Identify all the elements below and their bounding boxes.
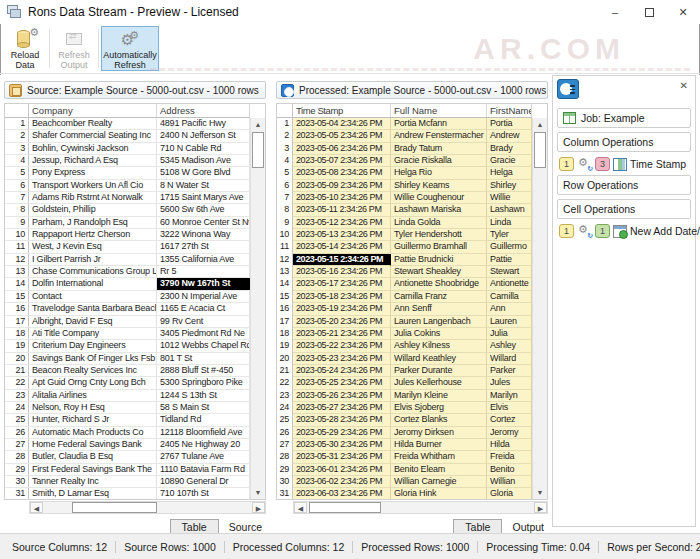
cell[interactable]: Hunter, Richard S Jr: [29, 414, 157, 425]
table-row[interactable]: 11West, J Kevin Esq1617 27th St: [5, 241, 250, 253]
cell[interactable]: Linda Golda: [391, 217, 487, 229]
scroll-thumb[interactable]: [252, 132, 264, 168]
table-row[interactable]: 19Criterium Day Engineers1012 Webbs Chap…: [5, 340, 250, 352]
cell[interactable]: Goldstein, Phillip: [29, 204, 157, 215]
row-number[interactable]: 25: [277, 414, 293, 426]
row-number[interactable]: 10: [277, 229, 293, 241]
cell[interactable]: 5108 W Gore Blvd: [157, 167, 250, 178]
table-row[interactable]: 22Apt Guid Orng Cnty Long Bch5300 Spring…: [5, 377, 250, 389]
table-row[interactable]: 272023-05-30 2:34:26 PMHilda BurnerHilda: [277, 439, 532, 451]
cell[interactable]: Ashley Kilness: [391, 340, 487, 352]
cell[interactable]: Lauren: [487, 316, 532, 328]
scroll-up-icon[interactable]: ▲: [251, 118, 265, 131]
cell[interactable]: Bohlin, Cywinski Jackson: [29, 143, 157, 154]
row-number[interactable]: 5: [277, 167, 293, 179]
cell[interactable]: Pony Express: [29, 167, 157, 178]
cell[interactable]: Antionette: [487, 278, 532, 290]
row-number[interactable]: 23: [5, 390, 29, 401]
row-number[interactable]: 30: [5, 476, 29, 487]
row-number[interactable]: 31: [277, 488, 293, 500]
table-row[interactable]: 18Ati Title Company3405 Piedmont Rd Ne: [5, 328, 250, 340]
table-row[interactable]: 172023-05-20 2:34:26 PMLauren Langenbach…: [277, 316, 532, 328]
table-row[interactable]: 29First Federal Savings Bank The1110 Bat…: [5, 464, 250, 476]
column-header-firstname[interactable]: FirstName-s: [487, 104, 532, 117]
cell[interactable]: 2023-05-16 2:34:26 PM: [293, 266, 391, 278]
cell[interactable]: Jeromy Dirksen: [391, 427, 487, 439]
row-number[interactable]: 24: [277, 402, 293, 414]
minimize-button[interactable]: –: [598, 0, 632, 24]
scroll-left-icon[interactable]: ◀: [294, 502, 307, 513]
cell[interactable]: 2023-05-24 2:34:26 PM: [293, 365, 391, 377]
cell[interactable]: Home Federal Savings Bank: [29, 439, 157, 450]
row-number[interactable]: 2: [277, 130, 293, 142]
scroll-down-icon[interactable]: ▼: [533, 486, 547, 499]
row-number[interactable]: 17: [5, 316, 29, 327]
cell[interactable]: 2023-05-28 2:34:26 PM: [293, 414, 391, 426]
cell[interactable]: 8 N Water St: [157, 180, 250, 191]
table-row[interactable]: 122023-05-15 2:34:26 PMPattie BrudnickiP…: [277, 254, 532, 266]
cell[interactable]: 1355 California Ave: [157, 254, 250, 265]
cell[interactable]: Jessup, Richard A Esq: [29, 155, 157, 166]
cell[interactable]: Apt Guid Orng Cnty Long Bch: [29, 377, 157, 388]
cell[interactable]: Willard: [487, 353, 532, 365]
column-header-address[interactable]: Address: [157, 104, 250, 117]
cell[interactable]: Shirley: [487, 180, 532, 192]
table-row[interactable]: 212023-05-24 2:34:26 PMParker DurantePar…: [277, 365, 532, 377]
cell[interactable]: Pattie: [487, 254, 532, 266]
table-row[interactable]: 102023-05-13 2:34:26 PMTyler Hendershott…: [277, 229, 532, 241]
section-row-operations[interactable]: Row Operations: [557, 175, 691, 195]
table-row[interactable]: 132023-05-16 2:34:26 PMStewart SheakleyS…: [277, 266, 532, 278]
cell[interactable]: Ashley: [487, 340, 532, 352]
table-row[interactable]: 112023-05-14 2:34:26 PMGuillermo Bramhal…: [277, 241, 532, 253]
cell[interactable]: 2023-05-20 2:34:26 PM: [293, 316, 391, 328]
cell[interactable]: 3405 Piedmont Rd Ne: [157, 328, 250, 339]
cell[interactable]: 801 T St: [157, 353, 250, 364]
table-row[interactable]: 152023-05-18 2:34:26 PMCamilla FranzCami…: [277, 291, 532, 303]
cell[interactable]: 2023-05-05 2:34:26 PM: [293, 130, 391, 142]
cell[interactable]: 58 S Main St: [157, 402, 250, 413]
cell[interactable]: Willian Carnegie: [391, 476, 487, 488]
cell[interactable]: Julia Cokins: [391, 328, 487, 340]
cell[interactable]: West, J Kevin Esq: [29, 241, 157, 252]
table-row[interactable]: 3Bohlin, Cywinski Jackson710 N Cable Rd: [5, 143, 250, 155]
cell[interactable]: 2023-05-22 2:34:26 PM: [293, 340, 391, 352]
cell[interactable]: 2400 N Jefferson St: [157, 130, 250, 141]
cell[interactable]: Butler, Claudia B Esq: [29, 451, 157, 462]
cell[interactable]: Portia Mcfann: [391, 118, 487, 130]
scroll-right-icon[interactable]: ▶: [252, 502, 265, 513]
cell[interactable]: First Federal Savings Bank The: [29, 464, 157, 475]
cell[interactable]: Dolfin International: [29, 278, 157, 289]
table-row[interactable]: 24Nelson, Roy H Esq58 S Main St: [5, 402, 250, 414]
row-number[interactable]: 14: [277, 278, 293, 290]
row-number[interactable]: 16: [277, 303, 293, 315]
cell[interactable]: Gracie: [487, 155, 532, 167]
cell[interactable]: 2023-05-18 2:34:26 PM: [293, 291, 391, 303]
cell[interactable]: Andrew Fenstermacher: [391, 130, 487, 142]
row-number[interactable]: 22: [5, 377, 29, 388]
table-row[interactable]: 26Automatic Mach Products Co12118 Bloomf…: [5, 427, 250, 439]
cell[interactable]: 5600 Sw 6th Ave: [157, 204, 250, 215]
table-row[interactable]: 72023-05-10 2:34:26 PMWillie CoughenourW…: [277, 192, 532, 204]
table-row[interactable]: 9Parham, J Randolph Esq60 Monroe Center …: [5, 217, 250, 229]
cell[interactable]: Marilyn Kleine: [391, 390, 487, 402]
cell[interactable]: 99 Rv Cent: [157, 316, 250, 327]
cell[interactable]: 1244 S 13th St: [157, 390, 250, 401]
row-number[interactable]: 26: [277, 427, 293, 439]
cell[interactable]: 2023-05-15 2:34:26 PM: [293, 254, 391, 266]
cell[interactable]: 710 107th St: [157, 488, 250, 499]
scroll-right-icon[interactable]: ▶: [534, 502, 547, 513]
row-number[interactable]: 8: [277, 204, 293, 216]
row-number[interactable]: 10: [5, 229, 29, 240]
table-row[interactable]: 222023-05-25 2:34:26 PMJules Kellerhouse…: [277, 377, 532, 389]
row-number[interactable]: 15: [5, 291, 29, 302]
row-number[interactable]: 27: [5, 439, 29, 450]
cell[interactable]: Lauren Langenbach: [391, 316, 487, 328]
table-row[interactable]: 2Shafer Commercial Seating Inc2400 N Jef…: [5, 130, 250, 142]
row-number[interactable]: 9: [5, 217, 29, 228]
row-number[interactable]: 7: [5, 192, 29, 203]
table-row[interactable]: 82023-05-11 2:34:26 PMLashawn MariskaLas…: [277, 204, 532, 216]
row-number[interactable]: 16: [5, 303, 29, 314]
cell[interactable]: 2888 Bluff St #-450: [157, 365, 250, 376]
cell[interactable]: 2023-05-19 2:34:26 PM: [293, 303, 391, 315]
cell[interactable]: Lashawn: [487, 204, 532, 216]
